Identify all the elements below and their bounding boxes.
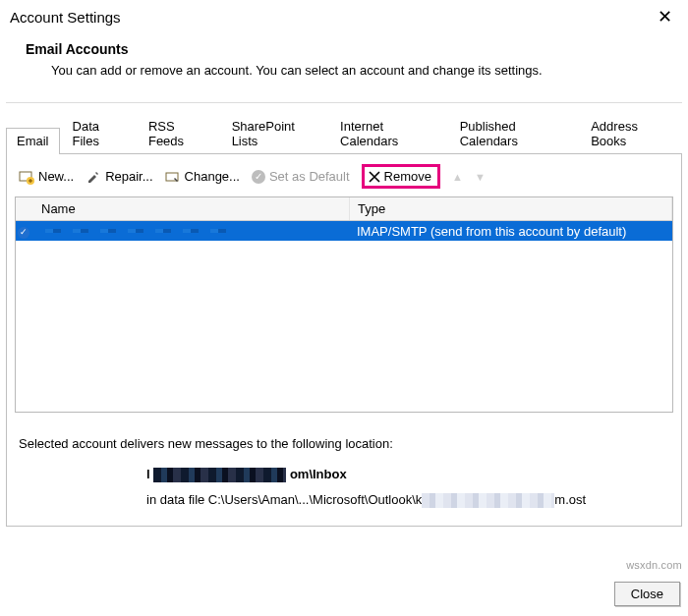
tab-published-calendars[interactable]: Published Calendars	[449, 113, 579, 154]
remove-button[interactable]: Remove	[362, 164, 440, 189]
header-title: Email Accounts	[26, 41, 666, 57]
remove-icon	[369, 171, 380, 183]
default-indicator	[16, 221, 33, 241]
change-icon	[165, 169, 181, 185]
close-button[interactable]: Close	[614, 582, 680, 606]
tab-rss-feeds[interactable]: RSS Feeds	[138, 113, 219, 154]
path-suffix: m.ost	[554, 492, 586, 507]
account-name-cell	[33, 229, 349, 233]
move-down-icon: ▼	[475, 171, 486, 183]
redacted-name	[33, 229, 230, 233]
header-description: You can add or remove an account. You ca…	[51, 63, 666, 78]
repair-label: Repair...	[105, 169, 152, 184]
watermark: wsxdn.com	[626, 559, 682, 571]
set-default-button: Set as Default	[252, 169, 350, 184]
footer: Close	[614, 582, 680, 606]
path-prefix: in data file C:\Users\Aman\...\Microsoft…	[146, 492, 422, 507]
mailbox-prefix: l	[146, 467, 150, 481]
default-check-icon	[18, 227, 29, 239]
account-settings-window: Account Settings ✕ Email Accounts You ca…	[0, 0, 688, 616]
redacted-path	[422, 493, 554, 508]
delivery-intro: Selected account delivers new messages t…	[19, 436, 669, 451]
toolbar: New... Repair... Change... Set as Defaul…	[15, 164, 673, 196]
repair-button[interactable]: Repair...	[86, 169, 152, 185]
tab-address-books[interactable]: Address Books	[580, 113, 680, 154]
separator	[6, 102, 682, 103]
new-label: New...	[38, 169, 74, 184]
datafile-line: in data file C:\Users\Aman\...\Microsoft…	[146, 492, 669, 508]
titlebar: Account Settings ✕	[0, 0, 688, 31]
change-label: Change...	[185, 169, 240, 184]
col-name[interactable]: Name	[33, 197, 350, 220]
account-row[interactable]: IMAP/SMTP (send from this account by def…	[16, 221, 672, 241]
check-icon	[252, 170, 265, 184]
mailbox-suffix: om\Inbox	[290, 467, 347, 481]
new-icon	[19, 169, 34, 185]
col-default	[16, 197, 33, 220]
redacted-mailbox	[153, 468, 286, 482]
account-type-cell: IMAP/SMTP (send from this account by def…	[349, 222, 672, 241]
tab-data-files[interactable]: Data Files	[62, 113, 136, 154]
grid-header: Name Type	[16, 197, 672, 221]
move-up-icon: ▲	[452, 171, 463, 183]
remove-label: Remove	[384, 169, 431, 184]
close-icon[interactable]: ✕	[652, 6, 678, 28]
header-block: Email Accounts You can add or remove an …	[0, 31, 688, 102]
tab-email[interactable]: Email	[6, 128, 60, 154]
set-default-label: Set as Default	[269, 169, 350, 184]
accounts-grid: Name Type IMAP/SMTP (send from this acco…	[15, 196, 673, 413]
mailbox-line: l om\Inbox	[146, 467, 669, 484]
tab-internet-calendars[interactable]: Internet Calendars	[329, 113, 447, 154]
new-button[interactable]: New...	[19, 169, 74, 185]
window-title: Account Settings	[10, 9, 121, 26]
tabstrip: Email Data Files RSS Feeds SharePoint Li…	[6, 113, 682, 154]
tab-sharepoint-lists[interactable]: SharePoint Lists	[221, 113, 327, 154]
email-panel: New... Repair... Change... Set as Defaul…	[6, 154, 682, 527]
delivery-info: Selected account delivers new messages t…	[19, 436, 669, 508]
repair-icon	[86, 169, 101, 185]
change-button[interactable]: Change...	[165, 169, 240, 185]
col-type[interactable]: Type	[350, 197, 672, 220]
